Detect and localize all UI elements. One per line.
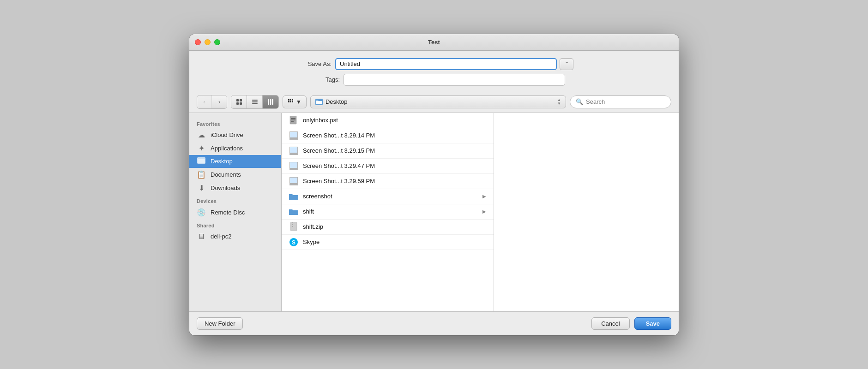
file-type-icon	[289, 192, 298, 201]
svg-rect-8	[270, 99, 271, 105]
list-item[interactable]: Screen Shot...t 3.29.15 PM	[282, 143, 494, 159]
file-type-icon	[289, 146, 298, 155]
folder-icon	[289, 193, 298, 200]
list-item[interactable]: SSkype	[282, 235, 494, 250]
close-button[interactable]	[195, 39, 201, 45]
nav-buttons: ‹ ›	[197, 95, 227, 109]
svg-rect-10	[288, 99, 289, 101]
tags-label: Tags:	[303, 76, 340, 83]
folder-icon	[289, 208, 298, 215]
folder-arrow-icon: ▶	[482, 194, 486, 199]
list-item[interactable]: shift.zip	[282, 220, 494, 235]
sidebar-item-icloud-drive[interactable]: iCloud Drive	[189, 129, 281, 142]
sidebar: Favorites iCloud Drive ✦ Applications De…	[189, 113, 282, 311]
sidebar-item-downloads[interactable]: ⬇ Downloads	[189, 181, 281, 195]
file-type-icon	[289, 116, 298, 125]
icon-view-button[interactable]	[231, 95, 247, 108]
svg-rect-5	[252, 101, 258, 102]
list-item[interactable]: Screen Shot...t 3.29.59 PM	[282, 174, 494, 189]
file-name-label: shift	[303, 208, 478, 215]
main-content: Favorites iCloud Drive ✦ Applications De…	[189, 113, 679, 311]
arrange-button[interactable]: ▼	[283, 95, 307, 108]
sidebar-item-documents[interactable]: 📋 Documents	[189, 168, 281, 181]
toolbar: ‹ ›	[189, 91, 679, 113]
svg-rect-13	[288, 101, 289, 102]
svg-rect-31	[290, 168, 297, 170]
svg-rect-25	[290, 137, 297, 139]
back-button[interactable]: ‹	[197, 95, 212, 108]
save-dialog: Test Save As: ⌃ Tags: ‹ ›	[189, 34, 679, 335]
maximize-button[interactable]	[214, 39, 220, 45]
titlebar: Test	[189, 34, 679, 51]
svg-rect-35	[290, 222, 297, 231]
window-controls	[195, 39, 220, 45]
pst-file-icon	[289, 116, 298, 125]
location-arrows-icon: ▲ ▼	[557, 98, 561, 106]
list-item[interactable]: screenshot▶	[282, 189, 494, 204]
file-type-icon	[289, 131, 298, 140]
applications-icon: ✦	[197, 144, 206, 153]
file-name-label: Screen Shot...t 3.29.15 PM	[303, 147, 486, 154]
location-folder-icon	[315, 99, 323, 105]
svg-rect-1	[240, 99, 242, 101]
location-label: Desktop	[326, 98, 348, 105]
expand-toggle-button[interactable]: ⌃	[560, 58, 573, 70]
forward-button[interactable]: ›	[212, 95, 227, 108]
applications-label: Applications	[211, 145, 243, 152]
sidebar-item-dell-pc2[interactable]: 🖥 dell-pc2	[189, 230, 281, 243]
sidebar-item-applications[interactable]: ✦ Applications	[189, 142, 281, 155]
list-item[interactable]: shift▶	[282, 204, 494, 220]
save-as-input[interactable]	[335, 58, 557, 70]
file-pane: onlyinbox.pstScreen Shot...t 3.29.14 PMS…	[282, 113, 679, 311]
svg-rect-14	[290, 101, 291, 102]
list-item[interactable]: Screen Shot...t 3.29.47 PM	[282, 159, 494, 174]
svg-rect-30	[290, 162, 297, 168]
tags-input[interactable]	[344, 74, 565, 86]
header-area: Save As: ⌃ Tags:	[189, 51, 679, 91]
desktop-folder-icon	[197, 157, 205, 164]
list-item[interactable]: onlyinbox.pst	[282, 113, 494, 128]
search-bar: 🔍	[570, 95, 671, 108]
file-name-label: onlyinbox.pst	[303, 117, 486, 124]
svg-rect-34	[290, 183, 297, 185]
icloud-icon	[197, 131, 206, 139]
desktop-label: Desktop	[211, 158, 233, 165]
search-input[interactable]	[586, 98, 665, 105]
cancel-button[interactable]: Cancel	[591, 317, 629, 330]
list-view-icon	[252, 99, 258, 105]
remote-disc-icon: 💿	[197, 208, 206, 217]
save-button[interactable]: Save	[634, 317, 671, 330]
list-item[interactable]: Screen Shot...t 3.29.14 PM	[282, 128, 494, 143]
sidebar-item-remote-disc[interactable]: 💿 Remote Disc	[189, 206, 281, 219]
documents-label: Documents	[211, 171, 241, 178]
svg-rect-3	[240, 102, 242, 105]
file-type-icon: S	[289, 238, 298, 247]
desktop-icon	[197, 157, 206, 166]
window-title: Test	[428, 39, 440, 46]
save-as-input-wrap: ⌃	[335, 58, 573, 70]
column-view-button[interactable]	[263, 95, 278, 108]
svg-rect-11	[290, 99, 291, 101]
dell-label: dell-pc2	[211, 233, 232, 240]
svg-rect-4	[252, 100, 258, 101]
svg-rect-17	[198, 159, 205, 163]
location-name: Desktop	[315, 98, 348, 105]
svg-rect-12	[292, 99, 293, 101]
sidebar-item-desktop[interactable]: Desktop	[189, 155, 281, 168]
downloads-label: Downloads	[211, 184, 240, 191]
list-view-button[interactable]	[247, 95, 263, 108]
dell-icon: 🖥	[197, 232, 206, 241]
devices-heading: Devices	[189, 195, 281, 206]
save-as-label: Save As:	[295, 60, 332, 67]
file-type-icon	[289, 207, 298, 216]
svg-rect-27	[290, 147, 297, 153]
minimize-button[interactable]	[205, 39, 211, 45]
documents-icon: 📋	[197, 170, 206, 179]
downloads-icon: ⬇	[197, 184, 206, 192]
location-bar[interactable]: Desktop ▲ ▼	[310, 95, 566, 108]
arrange-label: ▼	[296, 99, 301, 105]
svg-rect-24	[290, 132, 297, 137]
view-buttons	[231, 95, 279, 109]
new-folder-button[interactable]: New Folder	[197, 317, 243, 330]
folder-icon	[316, 100, 322, 104]
